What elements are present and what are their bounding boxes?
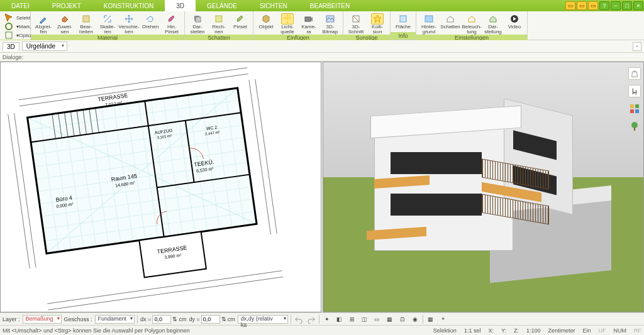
darstellen-button[interactable]: Dar- stellen bbox=[187, 13, 208, 35]
side-icon-rail bbox=[628, 67, 642, 133]
snap-icon[interactable]: ⌖ bbox=[438, 314, 448, 324]
workspace: TERRASSE 7,012 m² AUFZUG 3,101 m² WC 2 2… bbox=[0, 62, 644, 312]
svg-rect-77 bbox=[630, 109, 634, 113]
3d-view[interactable] bbox=[323, 62, 644, 312]
background-icon bbox=[423, 13, 435, 25]
svg-rect-1 bbox=[6, 32, 12, 38]
schatten-set-button[interactable]: Schatten bbox=[440, 13, 460, 30]
ribbon-group-schatten: Dar- stellen Rech- nen Pinsel Schatten bbox=[185, 11, 253, 40]
undo-icon[interactable] bbox=[294, 314, 304, 324]
hintergrund-button[interactable]: Hinter- grund bbox=[419, 13, 439, 35]
dialoge-bar: Dialoge: bbox=[0, 53, 644, 62]
svg-line-60 bbox=[47, 271, 282, 304]
camera-icon bbox=[303, 13, 315, 25]
video-button[interactable]: Video bbox=[504, 13, 525, 30]
svg-rect-10 bbox=[425, 16, 433, 22]
video-icon bbox=[508, 13, 521, 25]
darstellung-button[interactable]: Dar- stellung bbox=[483, 13, 503, 35]
dx-input[interactable] bbox=[152, 315, 171, 324]
chair-icon[interactable] bbox=[628, 85, 641, 97]
beleuchtung-button[interactable]: Beleuch- tung bbox=[462, 13, 482, 35]
svg-rect-76 bbox=[635, 104, 639, 108]
skalieren-button[interactable]: Skalie- ren bbox=[97, 13, 118, 35]
toolbar-btn-3[interactable]: ▭ bbox=[588, 1, 598, 10]
menu-gelaende[interactable]: GELÄNDE bbox=[196, 0, 248, 11]
layer-select[interactable]: Bemaßung bbox=[23, 315, 62, 324]
bitmap-icon bbox=[324, 13, 336, 25]
dy-input[interactable] bbox=[201, 315, 220, 324]
eyedropper-icon bbox=[37, 13, 50, 25]
help-button[interactable]: ? bbox=[599, 1, 609, 10]
edit-icon bbox=[80, 13, 92, 25]
tool-4-icon[interactable]: ◫ bbox=[360, 314, 370, 324]
3d-bitmap-button[interactable]: 3D- Bitmap bbox=[320, 13, 340, 35]
house-display-icon bbox=[487, 13, 499, 25]
brush2-icon bbox=[234, 13, 247, 25]
menu-bar: DATEI PROJEKT KONSTRUKTION 3D GELÄNDE SI… bbox=[0, 0, 644, 11]
section-icon bbox=[350, 13, 362, 25]
objekt-button[interactable]: Objekt bbox=[256, 13, 276, 30]
palette-icon[interactable] bbox=[628, 102, 641, 115]
drehen-button[interactable]: Drehen bbox=[140, 13, 160, 30]
menu-bearbeiten[interactable]: BEARBEITEN bbox=[299, 0, 361, 11]
svg-rect-80 bbox=[634, 128, 635, 131]
menu-projekt[interactable]: PROJEKT bbox=[41, 0, 92, 11]
light-icon bbox=[281, 13, 294, 25]
plan-view[interactable]: TERRASSE 7,012 m² AUFZUG 3,101 m² WC 2 2… bbox=[0, 62, 321, 312]
subbar-btn[interactable]: ▫ bbox=[633, 42, 641, 51]
svg-rect-75 bbox=[630, 104, 634, 108]
svg-point-0 bbox=[6, 23, 12, 30]
selekt-button[interactable]: Selekt ▾Mark. ▾Optionen bbox=[3, 13, 28, 40]
rotate-icon bbox=[144, 13, 157, 25]
rechnen-button[interactable]: Rech- nen bbox=[209, 13, 229, 35]
shadow-show-icon bbox=[191, 13, 204, 25]
minimize-button[interactable]: – bbox=[611, 1, 621, 10]
tool-1-icon[interactable]: ✦ bbox=[322, 314, 332, 324]
3d-schnitt-button[interactable]: 3D- Schnitt bbox=[346, 13, 366, 35]
menu-konstruktion[interactable]: KONSTRUKTION bbox=[92, 0, 165, 11]
view-tab-3d[interactable]: 3D bbox=[3, 42, 19, 51]
menu-datei[interactable]: DATEI bbox=[0, 0, 41, 11]
layer-label: Layer : bbox=[3, 316, 20, 322]
zuweisen-button[interactable]: Zuwei- sen bbox=[55, 13, 75, 35]
label-terrasse1: TERRASSE bbox=[97, 92, 128, 103]
redo-icon[interactable] bbox=[306, 314, 316, 324]
svg-line-55 bbox=[8, 114, 30, 268]
maximize-button[interactable]: □ bbox=[622, 1, 632, 10]
scale-icon bbox=[101, 13, 114, 25]
layer-dropdown[interactable]: Urgelände bbox=[22, 41, 67, 51]
ribbon-group-material: Abgrei- fen Zuwei- sen Bear- beiten Skal… bbox=[31, 11, 185, 40]
ribbon-group-auswahl: Selekt ▾Mark. ▾Optionen Auswahl bbox=[0, 11, 31, 40]
house-shadow-icon bbox=[444, 13, 457, 25]
close-button[interactable]: × bbox=[633, 1, 643, 10]
bag-icon[interactable] bbox=[628, 67, 641, 80]
toolbar-btn-2[interactable]: ▭ bbox=[577, 1, 587, 10]
menu-3d[interactable]: 3D bbox=[165, 0, 196, 11]
toolbar-btn-1[interactable]: ▭ bbox=[565, 1, 575, 10]
tree-icon[interactable] bbox=[628, 120, 641, 133]
ribbon-group-sonstige: 3D- Schnitt Kolli- sion Sonstige bbox=[343, 11, 391, 40]
tool-5-icon[interactable]: ▭ bbox=[372, 314, 382, 324]
tool-7-icon[interactable]: ⊡ bbox=[397, 314, 408, 324]
bearbeiten-button[interactable]: Bear- beiten bbox=[76, 13, 96, 35]
tool-8-icon[interactable]: ◉ bbox=[410, 314, 420, 324]
lichtquelle-button[interactable]: Licht- quelle bbox=[277, 13, 297, 35]
tool-2-icon[interactable]: ◧ bbox=[335, 314, 345, 324]
group-label: Info bbox=[391, 32, 416, 40]
ribbon-group-einfuegen: Objekt Licht- quelle Kame- ra 3D- Bitmap… bbox=[253, 11, 343, 40]
hin-pinsel-button[interactable]: Hin. Pinsel bbox=[162, 13, 182, 35]
kollision-button[interactable]: Kolli- sion bbox=[367, 13, 387, 35]
calc-icon bbox=[213, 13, 225, 25]
abgreifen-button[interactable]: Abgrei- fen bbox=[33, 13, 53, 35]
verschieben-button[interactable]: Verschie- ben bbox=[119, 13, 139, 35]
pinsel-button[interactable]: Pinsel bbox=[230, 13, 250, 30]
geschoss-select[interactable]: Fundament bbox=[95, 315, 135, 324]
flaeche-button[interactable]: Fläche bbox=[393, 13, 413, 30]
bucket-icon bbox=[58, 13, 71, 25]
grid-icon[interactable]: ▦ bbox=[426, 314, 436, 324]
tool-3-icon[interactable]: ⊞ bbox=[347, 314, 357, 324]
coord-mode-select[interactable]: dx,dy (relativ ka bbox=[238, 315, 288, 324]
menu-sichten[interactable]: SICHTEN bbox=[248, 0, 299, 11]
kamera-button[interactable]: Kame- ra bbox=[299, 13, 319, 35]
tool-6-icon[interactable]: ▦ bbox=[385, 314, 395, 324]
